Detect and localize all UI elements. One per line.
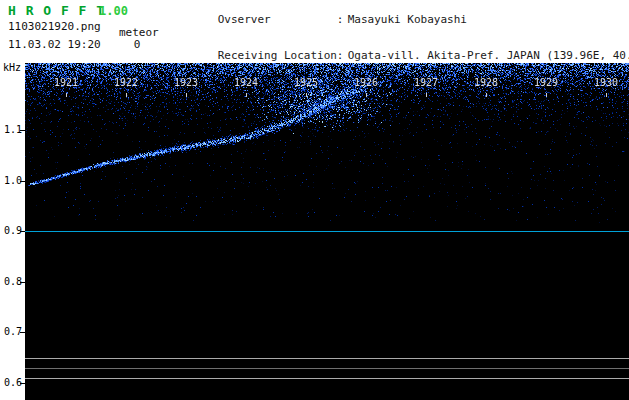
- time-tick-label: 1927: [414, 77, 438, 88]
- time-tick-mark: [486, 93, 487, 97]
- info-label: Ovserver: [218, 14, 337, 26]
- time-tick-label: 1921: [54, 77, 78, 88]
- time-tick-label: 1924: [234, 77, 258, 88]
- info-row-observer: Ovserver:Masayuki Kobayashi: [178, 2, 629, 38]
- info-value: Ogata-vill. Akita-Pref. JAPAN (139.96E, …: [348, 49, 629, 62]
- time-tick-mark: [126, 93, 127, 97]
- time-tick-label: 1923: [174, 77, 198, 88]
- time-tick-mark: [66, 93, 67, 97]
- info-label: Receiving Location: [218, 50, 337, 62]
- time-tick-label: 1926: [354, 77, 378, 88]
- freq-axis: kHz 1.11.00.90.80.70.6: [0, 0, 25, 400]
- time-tick-mark: [426, 93, 427, 97]
- time-tick-label: 1922: [114, 77, 138, 88]
- spectrogram-canvas: [25, 63, 629, 400]
- time-tick-mark: [606, 93, 607, 97]
- time-tick-mark: [306, 93, 307, 97]
- app-version: 1.00: [99, 4, 128, 18]
- time-tick-label: 1929: [534, 77, 558, 88]
- info-colon: :: [337, 50, 348, 62]
- spectrogram-area: 1921192219231924192519261927192819291930: [25, 63, 629, 400]
- meteor-counter-value: 0: [122, 38, 152, 51]
- info-colon: :: [337, 14, 348, 26]
- time-tick-mark: [186, 93, 187, 97]
- time-tick-mark: [366, 93, 367, 97]
- time-tick-label: 1928: [474, 77, 498, 88]
- hrofft-window: H R O F F T 1.00 1103021920.png meteor 0…: [0, 0, 629, 400]
- freq-axis-unit: kHz: [3, 62, 21, 73]
- time-tick-mark: [546, 93, 547, 97]
- time-tick-mark: [246, 93, 247, 97]
- info-value: Masayuki Kobayashi: [348, 13, 467, 26]
- time-tick-label: 1930: [594, 77, 618, 88]
- time-tick-label: 1925: [294, 77, 318, 88]
